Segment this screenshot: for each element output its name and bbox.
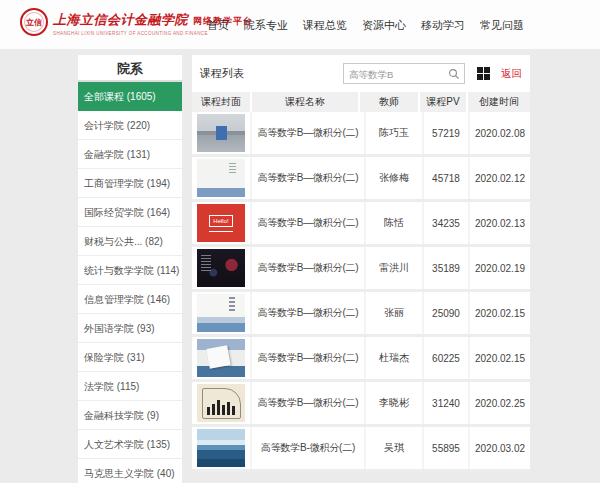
sidebar-item[interactable]: 统计与数学学院 (114) [78, 256, 182, 285]
course-cover-cell: Hello! [192, 202, 250, 244]
course-teacher: 陈恬 [364, 202, 422, 244]
course-name: 高等数学B—微积分(二) [250, 337, 364, 379]
course-pv: 34235 [422, 202, 468, 244]
search-box [343, 63, 465, 84]
column-header: 课程名称 [252, 92, 358, 112]
toolbar: 课程列表 返回 [192, 55, 530, 92]
course-row[interactable]: 高等数学B—微积分(二)陈巧玉572192020.02.08 [192, 112, 530, 157]
course-pv: 25090 [422, 292, 468, 334]
sidebar-item[interactable]: 人文艺术学院 (135) [78, 430, 182, 459]
nav-item-3[interactable]: 课程总览 [303, 18, 347, 33]
course-teacher: 杜瑞杰 [364, 337, 422, 379]
course-cover-cell [192, 382, 250, 424]
back-link[interactable]: 返回 [501, 67, 522, 81]
search-icon[interactable] [448, 68, 460, 80]
course-row[interactable]: 高等数学B—微积分(二)雷洪川351892020.02.19 [192, 247, 530, 292]
sidebar-item[interactable]: 法学院 (115) [78, 372, 182, 401]
table-rows: 高等数学B—微积分(二)陈巧玉572192020.02.08高等数学B—微积分(… [192, 112, 530, 472]
column-header: 课程封面 [192, 92, 250, 112]
course-cover-cell [192, 157, 250, 199]
main-nav: 首页院系专业课程总览资源中心移动学习常见问题 [207, 0, 524, 50]
sidebar-item[interactable]: 金融科技学院 (9) [78, 401, 182, 430]
course-row[interactable]: 高等数学B—微积分(二)杜瑞杰602252020.02.15 [192, 337, 530, 382]
course-row[interactable]: Hello!高等数学B—微积分(二)陈恬342352020.02.13 [192, 202, 530, 247]
course-cover[interactable] [197, 249, 245, 287]
course-date: 2020.02.08 [468, 112, 530, 154]
sidebar: 院系 全部课程 (1605)会计学院 (220)金融学院 (131)工商管理学院… [78, 55, 182, 483]
course-cover-cell [192, 337, 250, 379]
nav-item-5[interactable]: 移动学习 [421, 18, 465, 33]
sidebar-item[interactable]: 全部课程 (1605) [78, 82, 182, 111]
course-name: 高等数学B—微积分(二) [250, 157, 364, 199]
course-teacher: 陈巧玉 [364, 112, 422, 154]
column-header: 教师 [360, 92, 418, 112]
course-pv: 45718 [422, 157, 468, 199]
course-cover-cell [192, 292, 250, 334]
university-seal-icon: 立信 [20, 8, 48, 36]
course-row[interactable]: 高等数学B—微积分(二)李晓彬312402020.02.25 [192, 382, 530, 427]
course-cover-cell [192, 247, 250, 289]
course-pv: 31240 [422, 382, 468, 424]
sidebar-item[interactable]: 会计学院 (220) [78, 111, 182, 140]
course-cover[interactable] [197, 429, 245, 467]
course-panel: 课程列表 返回 课程封面课程名称教师课程PV创建时间 高等数学B—微积分(二)陈… [192, 55, 530, 472]
cover-text: Hello! [209, 215, 232, 227]
course-cover-cell [192, 112, 250, 154]
sidebar-item[interactable]: 保险学院 (31) [78, 343, 182, 372]
list-title: 课程列表 [200, 66, 244, 81]
nav-item-2[interactable]: 院系专业 [244, 18, 288, 33]
course-name: 高等数学B-微积分(二) [250, 427, 364, 469]
course-cover[interactable] [197, 114, 245, 152]
course-date: 2020.02.19 [468, 247, 530, 289]
course-pv: 60225 [422, 337, 468, 379]
sidebar-item[interactable]: 外国语学院 (93) [78, 314, 182, 343]
course-cover[interactable] [197, 384, 245, 422]
course-teacher: 张修梅 [364, 157, 422, 199]
course-name: 高等数学B—微积分(二) [250, 382, 364, 424]
course-date: 2020.03.02 [468, 427, 530, 469]
course-date: 2020.02.15 [468, 292, 530, 334]
course-date: 2020.02.13 [468, 202, 530, 244]
sidebar-item[interactable]: 金融学院 (131) [78, 140, 182, 169]
sidebar-item[interactable]: 马克思主义学院 (40) [78, 459, 182, 483]
page: 立信 上海立信会计金融学院 网络教学平台 SHANGHAI LIXIN UNIV… [0, 0, 600, 483]
course-date: 2020.02.25 [468, 382, 530, 424]
course-row[interactable]: 高等数学B-微积分(二)吴琪558952020.03.02 [192, 427, 530, 472]
column-header: 课程PV [420, 92, 466, 112]
course-cover[interactable] [197, 159, 245, 197]
course-teacher: 李晓彬 [364, 382, 422, 424]
course-row[interactable]: 高等数学B—微积分(二)张修梅457182020.02.12 [192, 157, 530, 202]
course-teacher: 吴琪 [364, 427, 422, 469]
sidebar-items: 全部课程 (1605)会计学院 (220)金融学院 (131)工商管理学院 (1… [78, 82, 182, 483]
course-teacher: 雷洪川 [364, 247, 422, 289]
grid-view-icon[interactable] [477, 67, 483, 73]
course-name: 高等数学B—微积分(二) [250, 202, 364, 244]
nav-item-4[interactable]: 资源中心 [362, 18, 406, 33]
course-name: 高等数学B—微积分(二) [250, 112, 364, 154]
course-name: 高等数学B—微积分(二) [250, 247, 364, 289]
sidebar-item[interactable]: 信息管理学院 (146) [78, 285, 182, 314]
table-header: 课程封面课程名称教师课程PV创建时间 [192, 92, 530, 112]
university-name: 上海立信会计金融学院 [53, 11, 188, 29]
course-cover-cell [192, 427, 250, 469]
sidebar-item[interactable]: 财税与公共... (82) [78, 227, 182, 256]
course-teacher: 张丽 [364, 292, 422, 334]
nav-item-1[interactable]: 首页 [207, 18, 229, 33]
course-name: 高等数学B—微积分(二) [250, 292, 364, 334]
course-pv: 57219 [422, 112, 468, 154]
course-date: 2020.02.15 [468, 337, 530, 379]
sidebar-title: 院系 [78, 55, 182, 82]
course-pv: 55895 [422, 427, 468, 469]
nav-item-6[interactable]: 常见问题 [480, 18, 524, 33]
course-row[interactable]: 高等数学B—微积分(二)张丽250902020.02.15 [192, 292, 530, 337]
column-header: 创建时间 [468, 92, 530, 112]
course-cover[interactable] [197, 294, 245, 332]
top-header: 立信 上海立信会计金融学院 网络教学平台 SHANGHAI LIXIN UNIV… [0, 0, 600, 50]
course-date: 2020.02.12 [468, 157, 530, 199]
course-pv: 35189 [422, 247, 468, 289]
sidebar-item[interactable]: 工商管理学院 (194) [78, 169, 182, 198]
course-cover[interactable] [197, 339, 245, 377]
course-cover[interactable]: Hello! [197, 204, 245, 242]
search-input[interactable] [344, 66, 464, 85]
sidebar-item[interactable]: 国际经贸学院 (164) [78, 198, 182, 227]
